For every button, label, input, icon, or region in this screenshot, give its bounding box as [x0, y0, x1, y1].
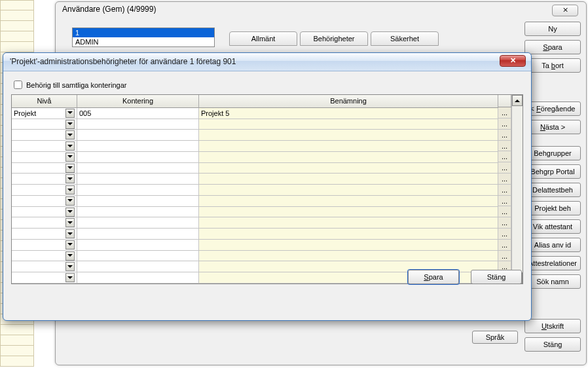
kontering-cell[interactable] [77, 119, 199, 130]
chevron-down-icon[interactable] [65, 218, 75, 227]
chevron-down-icon[interactable] [65, 109, 75, 118]
lookup-button[interactable]: ... [498, 141, 511, 152]
kontering-cell[interactable] [77, 229, 199, 240]
lookup-button[interactable]: ... [498, 185, 511, 196]
kontering-cell[interactable] [77, 130, 199, 141]
header-kontering: Kontering [77, 95, 199, 108]
stang-button[interactable]: Stäng [524, 337, 581, 352]
kontering-cell[interactable]: 005 [77, 108, 199, 119]
user-listbox[interactable]: 1 ADMIN [72, 28, 215, 47]
lookup-button[interactable]: ... [498, 240, 511, 251]
chevron-down-icon[interactable] [65, 273, 75, 282]
niva-cell[interactable] [12, 152, 77, 163]
niva-cell[interactable] [12, 272, 77, 284]
window-close-button[interactable]: ⨯ [552, 5, 578, 16]
lookup-button[interactable]: ... [498, 229, 511, 240]
spara-button[interactable]: Spara [524, 40, 581, 54]
alias-anv-id-button[interactable]: Alias anv id [524, 238, 581, 252]
lookup-button[interactable]: ... [498, 151, 511, 162]
niva-cell[interactable] [12, 141, 77, 152]
projekt-beh-button[interactable]: Projekt beh [524, 201, 581, 215]
niva-cell[interactable]: Projekt [12, 108, 77, 119]
kontering-cell[interactable] [77, 272, 199, 284]
niva-cell[interactable] [12, 207, 77, 218]
chevron-down-icon[interactable] [65, 153, 75, 162]
grid-scrollbar[interactable] [511, 95, 523, 284]
niva-cell[interactable] [12, 196, 77, 207]
benamning-cell [199, 240, 498, 251]
sprak-button[interactable]: Språk [472, 331, 518, 344]
vik-attestant-button[interactable]: Vik attestant [524, 219, 581, 234]
lookup-button[interactable]: ... [498, 206, 511, 217]
niva-cell[interactable] [12, 163, 77, 174]
dialog-close-button[interactable]: ✕ [500, 55, 526, 67]
kontering-cell[interactable] [77, 240, 199, 251]
niva-cell[interactable] [12, 130, 77, 141]
niva-cell[interactable] [12, 261, 77, 272]
chevron-down-icon[interactable] [65, 229, 75, 238]
kontering-cell[interactable] [77, 261, 199, 272]
delattestbeh-button[interactable]: Delattestbeh [524, 183, 581, 197]
lookup-button[interactable]: ... [498, 251, 511, 262]
kontering-cell[interactable] [77, 251, 199, 262]
lookup-button[interactable]: ... [498, 174, 511, 185]
header-niva: Nivå [12, 95, 77, 108]
dialog-stang-button[interactable]: Stäng [471, 270, 522, 284]
sok-namn-button[interactable]: Sök namn [524, 274, 581, 289]
chevron-down-icon[interactable] [65, 262, 75, 271]
benamning-cell [199, 217, 498, 229]
scroll-up-icon[interactable] [512, 95, 523, 106]
behorig-checkbox[interactable] [14, 81, 22, 89]
chevron-down-icon[interactable] [65, 240, 75, 249]
dialog-spara-button[interactable]: Spara [408, 270, 459, 284]
chevron-down-icon[interactable] [65, 120, 75, 129]
chevron-down-icon[interactable] [65, 130, 75, 139]
kontering-cell[interactable] [77, 217, 199, 229]
dialog-titlebar[interactable]: 'Projekt'-administrationsbehörigheter fö… [3, 53, 531, 71]
kontering-cell[interactable] [77, 141, 199, 152]
chevron-down-icon[interactable] [65, 196, 75, 206]
niva-cell[interactable] [12, 174, 77, 185]
behorig-checkbox-row[interactable]: Behörig till samtliga konteringar [14, 81, 523, 89]
foregaende-button[interactable]: < Föregående [524, 101, 581, 116]
attestrelationer-button[interactable]: Attestrelationer [524, 256, 581, 270]
kontering-cell[interactable] [77, 185, 199, 196]
right-button-column-2: < Föregående Nästa > Behgrupper Behgrp P… [524, 101, 581, 289]
niva-cell[interactable] [12, 217, 77, 229]
kontering-cell[interactable] [77, 207, 199, 218]
tab-behorigheter[interactable]: Behörigheter [300, 31, 368, 46]
chevron-down-icon[interactable] [65, 251, 75, 261]
kontering-cell[interactable] [77, 196, 199, 207]
chevron-down-icon[interactable] [65, 174, 75, 183]
lookup-button[interactable]: ... [498, 196, 511, 207]
user-list-row[interactable]: ADMIN [73, 37, 214, 46]
kontering-cell[interactable] [77, 174, 199, 185]
lookup-button[interactable]: ... [498, 119, 511, 130]
ta-bort-button[interactable]: Ta bort [524, 58, 581, 73]
niva-cell[interactable] [12, 119, 77, 130]
behgrp-portal-button[interactable]: Behgrp Portal [524, 164, 581, 179]
kontering-cell[interactable] [77, 163, 199, 174]
ny-button[interactable]: Ny [524, 22, 581, 36]
niva-cell[interactable] [12, 240, 77, 251]
behgrupper-button[interactable]: Behgrupper [524, 146, 581, 160]
lookup-button[interactable]: ... [498, 130, 511, 141]
chevron-down-icon[interactable] [65, 164, 75, 173]
user-list-selected[interactable]: 1 [73, 28, 214, 37]
tab-sakerhet[interactable]: Säkerhet [371, 31, 439, 46]
behorig-checkbox-label: Behörig till samtliga konteringar [26, 81, 126, 89]
niva-cell[interactable] [12, 185, 77, 196]
lookup-button[interactable]: ... [498, 162, 511, 174]
chevron-down-icon[interactable] [65, 141, 75, 151]
utskrift-button[interactable]: Utskrift [524, 319, 581, 333]
projekt-admin-dialog: 'Projekt'-administrationsbehörigheter fö… [3, 52, 532, 321]
lookup-button[interactable]: ... [498, 107, 511, 119]
niva-cell[interactable] [12, 229, 77, 240]
nasta-button[interactable]: Nästa > [524, 120, 581, 134]
kontering-cell[interactable] [77, 152, 199, 163]
chevron-down-icon[interactable] [65, 208, 75, 217]
tab-allmant[interactable]: Allmänt [229, 31, 297, 46]
lookup-button[interactable]: ... [498, 217, 511, 229]
chevron-down-icon[interactable] [65, 185, 75, 194]
niva-cell[interactable] [12, 251, 77, 262]
